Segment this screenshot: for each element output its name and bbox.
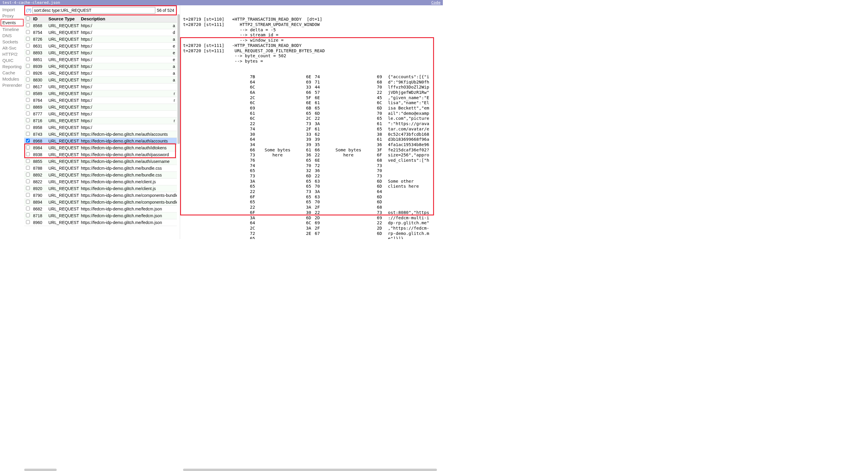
sidebar-item-quic[interactable]: QUIC bbox=[2, 57, 24, 63]
table-row[interactable]: 8926URL_REQUESThttps:/a bbox=[24, 70, 177, 77]
table-row[interactable]: 8726URL_REQUESThttps:/a bbox=[24, 36, 177, 43]
table-row[interactable]: 8754URL_REQUESThttps:/d bbox=[24, 29, 177, 36]
sidebar-item-import[interactable]: Import bbox=[2, 6, 24, 13]
search-input[interactable] bbox=[32, 7, 155, 13]
table-row[interactable]: 8920URL_REQUESThttps://fedcm-idp-demo.gl… bbox=[24, 185, 177, 192]
row-checkbox[interactable] bbox=[26, 220, 30, 224]
row-checkbox[interactable] bbox=[26, 180, 30, 183]
sidebar-item-alt-svc[interactable]: Alt-Svc bbox=[2, 45, 24, 51]
table-row[interactable]: 8631URL_REQUESThttps:/e bbox=[24, 43, 177, 50]
sidebar-item-http-2[interactable]: HTTP/2 bbox=[2, 51, 24, 57]
table-row[interactable]: 8894URL_REQUESThttps://fedcm-idp-demo.gl… bbox=[24, 199, 177, 206]
row-checkbox[interactable] bbox=[26, 51, 30, 54]
row-checkbox[interactable] bbox=[26, 132, 30, 136]
table-row[interactable]: 8764URL_REQUESThttps:/r bbox=[24, 97, 177, 104]
table-row[interactable]: 8790URL_REQUESThttps://fedcm-idp-demo.gl… bbox=[24, 192, 177, 199]
sidebar-item-dns[interactable]: DNS bbox=[2, 32, 24, 39]
titlebar-filename: test-4-cache-cleared.json bbox=[2, 0, 60, 5]
row-checkbox[interactable] bbox=[26, 112, 30, 115]
hex-row: 6565706Dclients here bbox=[183, 184, 443, 189]
hex-row: 65323670 bbox=[183, 168, 443, 174]
hex-row: 6C6E616Clisa","name":"El bbox=[183, 100, 443, 106]
table-row[interactable]: 8855URL_REQUESThttps://fedcm-idp-demo.gl… bbox=[24, 158, 177, 165]
table-row[interactable]: 8617URL_REQUESThttps:/ bbox=[24, 84, 177, 90]
row-id: 8788 bbox=[31, 165, 46, 172]
row-checkbox[interactable] bbox=[26, 125, 30, 129]
row-checkbox[interactable] bbox=[26, 207, 30, 211]
table-row[interactable]: 8830URL_REQUESThttps:/a bbox=[24, 77, 177, 84]
table-row[interactable]: 8968URL_REQUESThttps://fedcm-idp-demo.gl… bbox=[24, 138, 177, 145]
row-checkbox[interactable] bbox=[26, 166, 30, 170]
row-description: https://fedcm-idp-demo.glitch.me/auth/us… bbox=[79, 158, 177, 165]
search-row: (?) 56 of 524 bbox=[24, 5, 177, 15]
table-row[interactable]: 8822URL_REQUESThttps://fedcm-idp-demo.gl… bbox=[24, 179, 177, 185]
row-source-type: URL_REQUEST bbox=[46, 90, 79, 97]
events-table-wrap[interactable]: ID Source Type Description 8568URL_REQUE… bbox=[24, 15, 177, 239]
sidebar-item-proxy[interactable]: Proxy bbox=[2, 13, 24, 19]
hex-row: 6565706D bbox=[183, 199, 443, 205]
row-id: 8958 bbox=[31, 124, 46, 131]
hex-row: 61656D70ail":"demo@examp bbox=[183, 111, 443, 116]
table-row[interactable]: 8869URL_REQUESThttps:/ bbox=[24, 104, 177, 111]
select-all-checkbox[interactable] bbox=[26, 17, 30, 20]
row-checkbox[interactable] bbox=[26, 213, 30, 217]
hex-row: 2C3A2F2D,"https://fedcm- bbox=[183, 226, 443, 231]
sidebar-item-cache[interactable]: Cache bbox=[2, 70, 24, 76]
row-description: https:/a bbox=[79, 70, 177, 77]
row-checkbox[interactable] bbox=[26, 186, 30, 190]
row-checkbox[interactable] bbox=[26, 146, 30, 149]
sidebar-item-sockets[interactable]: Sockets bbox=[2, 39, 24, 45]
row-source-type: URL_REQUEST bbox=[46, 43, 79, 50]
table-row[interactable]: 8958URL_REQUESThttps:/ bbox=[24, 124, 177, 131]
row-checkbox[interactable] bbox=[26, 152, 30, 156]
row-source-type: URL_REQUEST bbox=[46, 213, 79, 219]
table-row[interactable]: 8777URL_REQUESThttps:/ bbox=[24, 111, 177, 118]
row-checkbox[interactable] bbox=[26, 44, 30, 48]
titlebar-code-link[interactable]: Code bbox=[431, 0, 440, 5]
table-row[interactable]: 8893URL_REQUESThttps:/e bbox=[24, 50, 177, 56]
table-row[interactable]: 8892URL_REQUESThttps://fedcm-idp-demo.gl… bbox=[24, 172, 177, 179]
table-row[interactable]: 8939URL_REQUESThttps:/a bbox=[24, 63, 177, 70]
table-row[interactable]: 8851URL_REQUESThttps:/e bbox=[24, 56, 177, 63]
row-checkbox[interactable] bbox=[26, 105, 30, 108]
sidebar-item-modules[interactable]: Modules bbox=[2, 76, 24, 82]
row-checkbox[interactable] bbox=[26, 57, 30, 61]
table-row[interactable]: 8960URL_REQUESThttps://fedcm-idp-demo.gl… bbox=[24, 219, 177, 226]
row-id: 8926 bbox=[31, 70, 46, 77]
search-help-link[interactable]: (?) bbox=[26, 8, 31, 13]
row-checkbox[interactable] bbox=[26, 37, 30, 41]
row-checkbox[interactable] bbox=[26, 71, 30, 75]
row-checkbox[interactable] bbox=[26, 77, 30, 82]
table-row[interactable]: 8984URL_REQUESThttps://fedcm-idp-demo.gl… bbox=[24, 145, 177, 151]
sidebar-item-timeline[interactable]: Timeline bbox=[2, 26, 24, 32]
row-checkbox[interactable] bbox=[26, 193, 30, 197]
table-row[interactable]: 8718URL_REQUESThttps://fedcm-idp-demo.gl… bbox=[24, 213, 177, 219]
vertical-scrollbar[interactable] bbox=[178, 14, 180, 144]
row-source-type: URL_REQUEST bbox=[46, 179, 79, 185]
table-row[interactable]: 8589URL_REQUESThttps:/r bbox=[24, 90, 177, 97]
row-checkbox[interactable] bbox=[26, 200, 30, 203]
row-checkbox[interactable] bbox=[26, 23, 30, 27]
row-checkbox[interactable] bbox=[26, 64, 30, 68]
table-row[interactable]: 8788URL_REQUESThttps://fedcm-idp-demo.gl… bbox=[24, 165, 177, 172]
table-row[interactable]: 8716URL_REQUESThttps:/r bbox=[24, 118, 177, 124]
row-checkbox[interactable] bbox=[26, 98, 30, 102]
row-checkbox[interactable] bbox=[26, 118, 30, 122]
table-row[interactable]: 8568URL_REQUESThttps:/a bbox=[24, 23, 177, 29]
sidebar-item-events[interactable]: Events bbox=[1, 19, 24, 26]
row-description: https://fedcm-idp-demo.glitch.me/auth/ac… bbox=[79, 131, 177, 138]
hex-row: 736D2273 bbox=[183, 174, 443, 179]
row-id: 8754 bbox=[31, 29, 46, 36]
table-row[interactable]: 8682URL_REQUESThttps://fedcm-idp-demo.gl… bbox=[24, 206, 177, 213]
row-checkbox[interactable] bbox=[26, 172, 30, 177]
row-checkbox[interactable] bbox=[26, 30, 30, 34]
row-description: https:/r bbox=[79, 97, 177, 104]
row-checkbox[interactable] bbox=[26, 159, 30, 163]
row-checkbox[interactable] bbox=[26, 139, 30, 143]
table-row[interactable]: 8743URL_REQUESThttps://fedcm-idp-demo.gl… bbox=[24, 131, 177, 138]
table-row[interactable]: 8938URL_REQUESThttps://fedcm-idp-demo.gl… bbox=[24, 151, 177, 158]
sidebar-item-reporting[interactable]: Reporting bbox=[2, 63, 24, 70]
row-checkbox[interactable] bbox=[26, 91, 30, 95]
sidebar-item-prerender[interactable]: Prerender bbox=[2, 82, 24, 88]
row-checkbox[interactable] bbox=[26, 85, 30, 88]
